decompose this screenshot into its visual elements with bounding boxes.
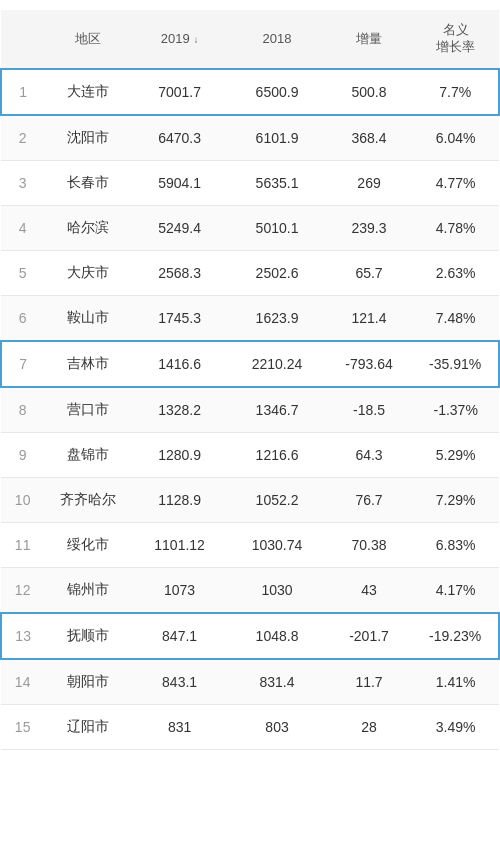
cell-2019: 5249.4 — [131, 205, 228, 250]
cell-2018: 5010.1 — [228, 205, 325, 250]
cell-2018: 1030.74 — [228, 522, 325, 567]
cell-rate: 4.78% — [412, 205, 499, 250]
cell-rank: 1 — [1, 69, 44, 115]
table-row: 7吉林市1416.62210.24-793.64-35.91% — [1, 341, 499, 387]
cell-rank: 6 — [1, 295, 44, 341]
cell-rank: 8 — [1, 387, 44, 433]
cell-region: 辽阳市 — [44, 704, 131, 749]
cell-rank: 12 — [1, 567, 44, 613]
table-body: 1大连市7001.76500.9500.87.7%2沈阳市6470.36101.… — [1, 69, 499, 750]
table-row: 2沈阳市6470.36101.9368.46.04% — [1, 115, 499, 161]
cell-growth: 368.4 — [326, 115, 413, 161]
cell-rank: 11 — [1, 522, 44, 567]
table-row: 11绥化市1101.121030.7470.386.83% — [1, 522, 499, 567]
header-2019[interactable]: 2019 ↓ — [131, 10, 228, 69]
cell-rank: 14 — [1, 659, 44, 705]
sort-arrow-icon: ↓ — [193, 34, 198, 45]
table-container: 地区 2019 ↓ 2018 增量 名义增长率 1大连市7001.76500.9… — [0, 0, 500, 760]
cell-2019: 6470.3 — [131, 115, 228, 161]
cell-2018: 1030 — [228, 567, 325, 613]
cell-2018: 5635.1 — [228, 160, 325, 205]
cell-region: 绥化市 — [44, 522, 131, 567]
cell-2019: 1101.12 — [131, 522, 228, 567]
cell-rate: 7.48% — [412, 295, 499, 341]
table-row: 5大庆市2568.32502.665.72.63% — [1, 250, 499, 295]
table-row: 6鞍山市1745.31623.9121.47.48% — [1, 295, 499, 341]
cell-rate: 5.29% — [412, 432, 499, 477]
table-row: 15辽阳市831803283.49% — [1, 704, 499, 749]
cell-growth: 121.4 — [326, 295, 413, 341]
cell-rate: -19.23% — [412, 613, 499, 659]
cell-region: 齐齐哈尔 — [44, 477, 131, 522]
cell-2019: 1280.9 — [131, 432, 228, 477]
cell-growth: 65.7 — [326, 250, 413, 295]
cell-growth: 64.3 — [326, 432, 413, 477]
cell-2018: 2502.6 — [228, 250, 325, 295]
cell-rank: 15 — [1, 704, 44, 749]
cell-2019: 1416.6 — [131, 341, 228, 387]
cell-rank: 7 — [1, 341, 44, 387]
cell-growth: 11.7 — [326, 659, 413, 705]
cell-2019: 7001.7 — [131, 69, 228, 115]
cell-rate: 6.04% — [412, 115, 499, 161]
cell-rank: 3 — [1, 160, 44, 205]
cell-2018: 6101.9 — [228, 115, 325, 161]
table-row: 8营口市1328.21346.7-18.5-1.37% — [1, 387, 499, 433]
cell-2018: 831.4 — [228, 659, 325, 705]
table-row: 12锦州市10731030434.17% — [1, 567, 499, 613]
cell-2019: 847.1 — [131, 613, 228, 659]
cell-2019: 1745.3 — [131, 295, 228, 341]
cell-growth: 239.3 — [326, 205, 413, 250]
cell-region: 朝阳市 — [44, 659, 131, 705]
cell-rate: 7.29% — [412, 477, 499, 522]
table-row: 13抚顺市847.11048.8-201.7-19.23% — [1, 613, 499, 659]
cell-rate: 3.49% — [412, 704, 499, 749]
table-row: 9盘锦市1280.91216.664.35.29% — [1, 432, 499, 477]
cell-2018: 1346.7 — [228, 387, 325, 433]
cell-2019: 5904.1 — [131, 160, 228, 205]
data-table: 地区 2019 ↓ 2018 增量 名义增长率 1大连市7001.76500.9… — [0, 10, 500, 750]
cell-2018: 6500.9 — [228, 69, 325, 115]
cell-region: 长春市 — [44, 160, 131, 205]
table-row: 1大连市7001.76500.9500.87.7% — [1, 69, 499, 115]
header-growth: 增量 — [326, 10, 413, 69]
cell-rate: 7.7% — [412, 69, 499, 115]
table-row: 4哈尔滨5249.45010.1239.34.78% — [1, 205, 499, 250]
header-region: 地区 — [44, 10, 131, 69]
cell-region: 锦州市 — [44, 567, 131, 613]
table-row: 3长春市5904.15635.12694.77% — [1, 160, 499, 205]
cell-2019: 2568.3 — [131, 250, 228, 295]
cell-2018: 1623.9 — [228, 295, 325, 341]
cell-growth: 70.38 — [326, 522, 413, 567]
cell-rate: 4.17% — [412, 567, 499, 613]
cell-rank: 9 — [1, 432, 44, 477]
table-row: 14朝阳市843.1831.411.71.41% — [1, 659, 499, 705]
cell-growth: -793.64 — [326, 341, 413, 387]
cell-region: 抚顺市 — [44, 613, 131, 659]
cell-rate: 1.41% — [412, 659, 499, 705]
cell-region: 大庆市 — [44, 250, 131, 295]
cell-growth: 269 — [326, 160, 413, 205]
header-growth-rate: 名义增长率 — [412, 10, 499, 69]
cell-2019: 843.1 — [131, 659, 228, 705]
cell-2018: 1052.2 — [228, 477, 325, 522]
cell-region: 鞍山市 — [44, 295, 131, 341]
cell-growth: -201.7 — [326, 613, 413, 659]
cell-rate: 4.77% — [412, 160, 499, 205]
cell-rank: 10 — [1, 477, 44, 522]
cell-growth: 28 — [326, 704, 413, 749]
cell-2019: 1128.9 — [131, 477, 228, 522]
cell-2018: 2210.24 — [228, 341, 325, 387]
cell-2018: 1216.6 — [228, 432, 325, 477]
cell-2019: 831 — [131, 704, 228, 749]
cell-2019: 1073 — [131, 567, 228, 613]
cell-growth: 76.7 — [326, 477, 413, 522]
cell-rank: 4 — [1, 205, 44, 250]
cell-growth: -18.5 — [326, 387, 413, 433]
cell-rate: 6.83% — [412, 522, 499, 567]
cell-2019: 1328.2 — [131, 387, 228, 433]
cell-region: 吉林市 — [44, 341, 131, 387]
cell-region: 沈阳市 — [44, 115, 131, 161]
cell-rate: -35.91% — [412, 341, 499, 387]
header-2018: 2018 — [228, 10, 325, 69]
